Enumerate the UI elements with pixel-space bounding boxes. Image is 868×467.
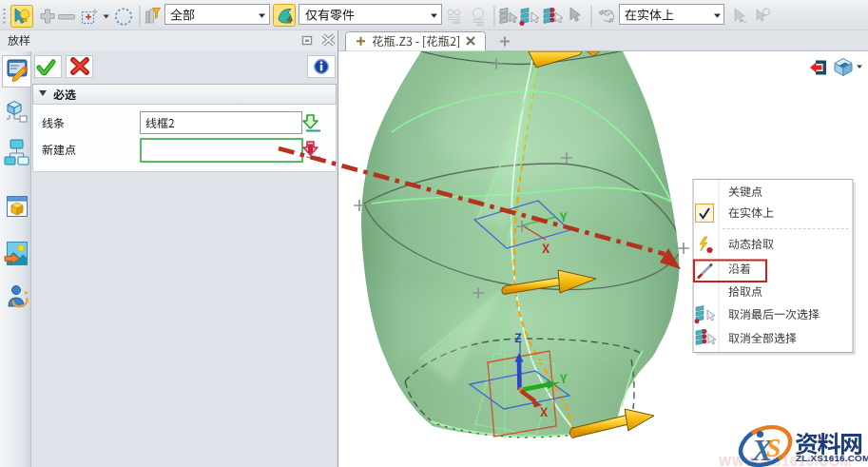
svg-text:S: S <box>766 433 781 462</box>
svg-text:ZL.XS1616.COM: ZL.XS1616.COM <box>796 453 868 463</box>
